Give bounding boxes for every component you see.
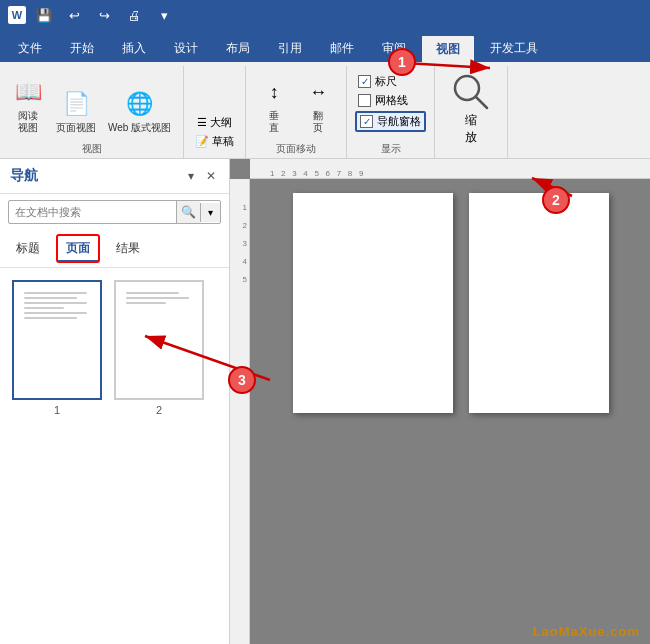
page-view-label: 页面视图 [56,122,96,134]
ruler-checkbox-row[interactable]: ✓ 标尺 [355,73,426,90]
doc-page-2 [469,193,609,413]
page-view-button[interactable]: 📄 页面视图 [52,86,100,136]
tab-design[interactable]: 设计 [160,34,212,62]
tab-developer[interactable]: 开发工具 [476,34,552,62]
draft-label: 草稿 [212,134,234,149]
ribbon-group-views: 📖 阅读视图 📄 页面视图 🌐 Web 版式视图 视图 [0,66,184,158]
page-num-2: 2 [156,404,162,416]
ruler-vertical: 1 2 3 4 5 [230,179,250,644]
tab-review[interactable]: 审阅 [368,34,420,62]
thumb-line [24,297,77,299]
page-thumb-container-2: 2 [114,280,204,635]
nav-header-icons: ▾ ✕ [183,168,219,184]
save-button[interactable]: 💾 [32,3,56,27]
page-thumb-1[interactable] [12,280,102,400]
read-view-label: 阅读视图 [18,110,38,134]
gridlines-checkbox-row[interactable]: 网格线 [355,92,426,109]
pagemove-group-label: 页面移动 [276,140,316,158]
vertical-scroll-button[interactable]: ↕ 垂直 [254,74,294,136]
page-thumbnails: 1 2 [0,268,229,644]
word-icon: W [8,6,26,24]
outline-buttons: ☰ 大纲 📝 草稿 [192,68,237,152]
web-view-button[interactable]: 🌐 Web 版式视图 [104,86,175,136]
tab-file[interactable]: 文件 [4,34,56,62]
thumb-line [24,292,87,294]
page-flip-icon: ↔ [302,76,334,108]
quick-access-dropdown[interactable]: ▾ [152,3,176,27]
page-num-1: 1 [54,404,60,416]
thumb-line [126,292,179,294]
vertical-icon: ↕ [258,76,290,108]
show-checkboxes: ✓ 标尺 网格线 ✓ 导航窗格 [355,68,426,138]
page-thumb-2[interactable] [114,280,204,400]
redo-button[interactable]: ↪ [92,3,116,27]
ruler-checkbox[interactable]: ✓ [358,75,371,88]
nav-tab-headings[interactable]: 标题 [8,236,48,261]
search-bar: 🔍 ▾ [8,200,221,224]
watermark: LaoMaXue.com [533,624,640,639]
zoom-icon-container [451,72,491,112]
ruler-label: 标尺 [375,74,397,89]
page-flip-button[interactable]: ↔ 翻页 [298,74,338,136]
tab-start[interactable]: 开始 [56,34,108,62]
page-thumb-2-content [122,288,196,308]
doc-area: 1 2 3 4 5 1 2 3 4 5 6 7 8 9 LaoMaXue.com [230,159,650,644]
thumb-line [24,302,87,304]
title-bar: W 💾 ↩ ↪ 🖨 ▾ [0,0,650,30]
web-view-label: Web 版式视图 [108,122,171,134]
nav-pane-checkbox[interactable]: ✓ [360,115,373,128]
nav-dropdown-button[interactable]: ▾ [183,168,199,184]
undo-button[interactable]: ↩ [62,3,86,27]
outline-button[interactable]: ☰ 大纲 [194,114,235,131]
search-button[interactable]: 🔍 [176,201,200,223]
doc-page-1 [293,193,453,413]
web-view-icon: 🌐 [124,88,156,120]
ribbon-group-show: ✓ 标尺 网格线 ✓ 导航窗格 显示 [347,66,435,158]
ribbon-tabs: 文件 开始 插入 设计 布局 引用 邮件 审阅 视图 开发工具 [0,30,650,62]
zoom-label: 缩放 [465,112,477,146]
nav-header: 导航 ▾ ✕ [0,159,229,194]
thumb-line [24,317,77,319]
pagemove-buttons: ↕ 垂直 ↔ 翻页 [254,68,338,138]
nav-tab-pages[interactable]: 页面 [56,234,100,263]
page-flip-label: 翻页 [313,110,323,134]
tab-references[interactable]: 引用 [264,34,316,62]
checkboxes-container: ✓ 标尺 网格线 ✓ 导航窗格 [355,69,426,136]
ribbon-group-outline: ☰ 大纲 📝 草稿 [184,66,246,158]
vertical-label: 垂直 [269,110,279,134]
nav-pane-label: 导航窗格 [377,114,421,129]
draft-button[interactable]: 📝 草稿 [192,133,237,150]
tab-mail[interactable]: 邮件 [316,34,368,62]
search-input[interactable] [9,202,176,222]
thumb-line [126,297,189,299]
zoom-button[interactable]: 缩放 [443,68,499,150]
print-preview-button[interactable]: 🖨 [122,3,146,27]
page-thumb-container-1: 1 [12,280,102,635]
svg-line-1 [476,97,487,108]
nav-close-button[interactable]: ✕ [203,168,219,184]
nav-title: 导航 [10,167,38,185]
zoom-icon-svg [451,72,491,112]
thumb-line [24,307,64,309]
nav-pane-checkbox-row[interactable]: ✓ 导航窗格 [355,111,426,132]
outline-draft-group: ☰ 大纲 📝 草稿 [192,114,237,150]
tab-view[interactable]: 视图 [420,34,476,62]
ribbon-group-pagemove: ↕ 垂直 ↔ 翻页 页面移动 [246,66,347,158]
page-view-icon: 📄 [60,88,92,120]
tab-insert[interactable]: 插入 [108,34,160,62]
read-view-button[interactable]: 📖 阅读视图 [8,74,48,136]
tab-layout[interactable]: 布局 [212,34,264,62]
thumb-line [24,312,87,314]
nav-tab-results[interactable]: 结果 [108,236,148,261]
ribbon: 📖 阅读视图 📄 页面视图 🌐 Web 版式视图 视图 ☰ 大纲 � [0,62,650,159]
views-buttons: 📖 阅读视图 📄 页面视图 🌐 Web 版式视图 [8,68,175,138]
page-thumb-1-content [20,288,94,323]
gridlines-checkbox[interactable] [358,94,371,107]
doc-pages-area [293,193,609,413]
thumb-line [126,302,166,304]
search-dropdown-button[interactable]: ▾ [200,203,220,222]
nav-tabs: 标题 页面 结果 [0,230,229,268]
nav-panel: 导航 ▾ ✕ 🔍 ▾ 标题 页面 结果 [0,159,230,644]
read-view-icon: 📖 [12,76,44,108]
views-group-label: 视图 [82,140,102,158]
